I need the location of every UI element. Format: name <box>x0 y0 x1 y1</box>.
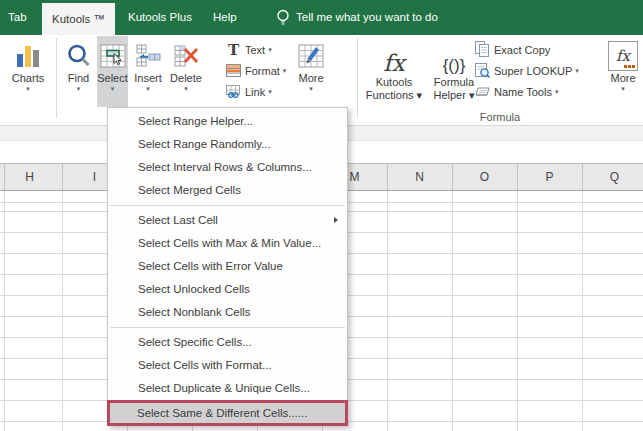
column-header[interactable]: O <box>452 164 517 190</box>
insert-icon <box>130 36 166 72</box>
text-format-link-stack: T Text ▾ Format ▾ Link ▾ <box>225 39 286 102</box>
column-header[interactable]: P <box>517 164 582 190</box>
chevron-down-icon: ▾ <box>575 67 579 75</box>
tab-help[interactable]: Help <box>213 0 237 35</box>
menu-item-select-cells-max-min[interactable]: Select Cells with Max & Min Value... <box>108 232 347 255</box>
excel-window: Tab Kutools ™ Kutools Plus Help Tell me … <box>0 0 643 431</box>
braces-icon: {()} <box>428 36 480 76</box>
group-divider <box>357 38 358 118</box>
menu-item-select-interval-rows-columns[interactable]: Select Interval Rows & Columns... <box>108 156 347 179</box>
chevron-down-icon: ▾ <box>167 85 205 93</box>
name-tools-icon <box>474 83 491 100</box>
super-lookup-button[interactable]: Super LOOKUP ▾ <box>474 60 579 81</box>
select-dropdown-menu: Select Range Helper... Select Range Rand… <box>107 107 348 426</box>
fx-icon: fx <box>364 36 424 76</box>
select-icon <box>97 36 128 72</box>
select-button[interactable]: Select ▾ <box>97 36 128 107</box>
formula-group-label: Formula <box>440 111 560 123</box>
find-button[interactable]: Find ▾ <box>61 36 96 107</box>
chevron-down-icon: ▾ <box>61 85 96 93</box>
chevron-down-icon: ▾ <box>6 85 50 93</box>
link-button[interactable]: Link ▾ <box>225 81 286 102</box>
format-button[interactable]: Format ▾ <box>225 60 286 81</box>
menu-item-select-cells-with-format[interactable]: Select Cells with Format... <box>108 354 347 377</box>
pencil-grid-icon <box>293 36 329 72</box>
column-header[interactable]: Q <box>582 164 643 190</box>
chevron-down-icon: ▾ <box>606 85 640 93</box>
exact-copy-icon <box>474 41 491 58</box>
name-tools-button[interactable]: Name Tools ▾ <box>474 81 579 102</box>
menu-item-select-specific-cells[interactable]: Select Specific Cells... <box>108 331 347 354</box>
ribbon-tab-bar: Tab Kutools ™ Kutools Plus Help Tell me … <box>0 0 643 35</box>
insert-button[interactable]: Insert ▾ <box>130 36 166 107</box>
text-button[interactable]: T Text ▾ <box>225 39 286 60</box>
menu-separator <box>110 205 345 206</box>
column-header[interactable]: N <box>387 164 452 190</box>
chevron-down-icon: ▾ <box>293 85 329 93</box>
menu-item-select-duplicate-unique-cells[interactable]: Select Duplicate & Unique Cells... <box>108 377 347 400</box>
chevron-down-icon: ▾ <box>283 67 287 75</box>
tell-me-box[interactable]: Tell me what you want to do <box>296 0 438 35</box>
menu-item-select-last-cell[interactable]: Select Last Cell <box>108 209 347 232</box>
super-lookup-icon <box>474 62 491 79</box>
column-header[interactable]: H <box>0 164 62 190</box>
formula-tools-stack: Exact Copy Super LOOKUP ▾ Name Tools ▾ <box>474 39 579 102</box>
charts-icon <box>6 36 50 72</box>
find-icon <box>61 36 96 72</box>
menu-item-select-unlocked-cells[interactable]: Select Unlocked Cells <box>108 278 347 301</box>
more-formula-button[interactable]: fx More ▾ <box>606 36 640 107</box>
lightbulb-icon <box>276 9 290 31</box>
fx-box-icon: fx <box>606 36 640 72</box>
submenu-arrow-icon <box>334 217 338 223</box>
ellipsis-dots-icon <box>624 65 635 68</box>
tab-kutools[interactable]: Kutools ™ <box>42 3 115 35</box>
tab-kutools-plus[interactable]: Kutools Plus <box>128 0 192 35</box>
link-icon <box>225 85 242 98</box>
chevron-down-icon: ▾ <box>417 89 423 101</box>
menu-item-select-merged-cells[interactable]: Select Merged Cells <box>108 179 347 202</box>
chevron-down-icon: ▾ <box>268 88 272 96</box>
menu-item-select-range-helper[interactable]: Select Range Helper... <box>108 110 347 133</box>
kutools-functions-button[interactable]: fx Kutools Functions ▾ <box>364 36 424 102</box>
exact-copy-button[interactable]: Exact Copy <box>474 39 579 60</box>
menu-item-select-same-different-cells[interactable]: Select Same & Different Cells...... <box>107 400 348 426</box>
menu-item-select-cells-error-value[interactable]: Select Cells with Error Value <box>108 255 347 278</box>
format-icon <box>225 64 242 77</box>
charts-button[interactable]: Charts ▾ <box>6 36 50 107</box>
more-enhancements-button[interactable]: More ▾ <box>293 36 329 107</box>
chevron-down-icon: ▾ <box>268 46 272 54</box>
chevron-down-icon: ▾ <box>130 85 166 93</box>
chevron-down-icon: ▾ <box>97 85 128 93</box>
group-divider <box>56 38 57 118</box>
menu-separator <box>110 327 345 328</box>
delete-button[interactable]: Delete ▾ <box>167 36 205 107</box>
tab-partial[interactable]: Tab <box>8 0 27 35</box>
menu-item-select-nonblank-cells[interactable]: Select Nonblank Cells <box>108 301 347 324</box>
text-icon: T <box>225 41 242 59</box>
formula-helper-button[interactable]: {()} Formula Helper ▾ <box>428 36 480 102</box>
menu-item-select-range-randomly[interactable]: Select Range Randomly... <box>108 133 347 156</box>
chevron-down-icon: ▾ <box>555 88 559 96</box>
delete-icon <box>167 36 205 72</box>
